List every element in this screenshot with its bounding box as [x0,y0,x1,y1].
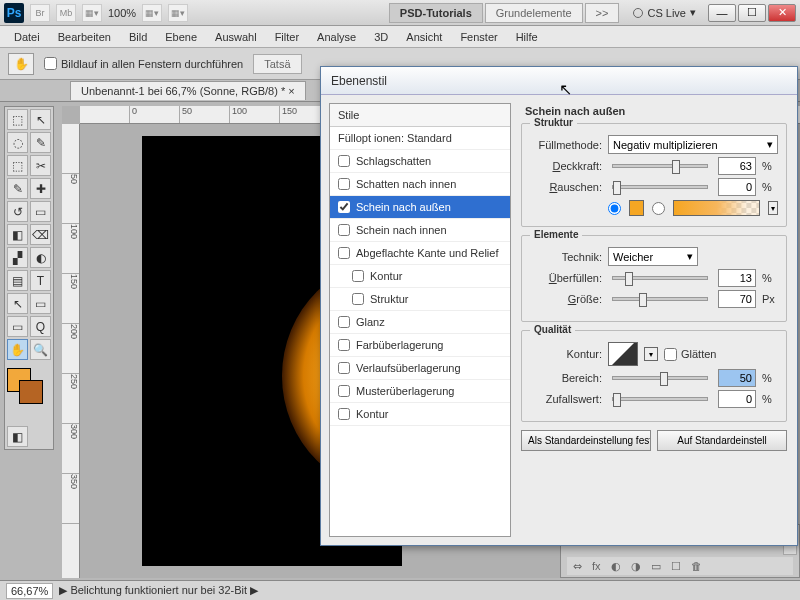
jitter-input[interactable]: 0 [718,390,756,408]
zoom-tool[interactable]: 🔍 [30,339,51,360]
minimize-button[interactable]: — [708,4,736,22]
dialog-title-bar[interactable]: Ebenenstil [321,67,797,95]
doc-close-icon[interactable]: × [288,85,294,97]
style-item[interactable]: Schatten nach innen [330,173,510,196]
style-item-checkbox[interactable] [338,362,350,374]
make-default-button[interactable]: Als Standardeinstellung festlegen [521,430,651,451]
path-tool[interactable]: ↖ [7,293,28,314]
style-item-checkbox[interactable] [338,408,350,420]
dodge-tool[interactable]: ◐ [30,247,51,268]
quickmask-icon[interactable]: ◧ [7,426,28,447]
3d-camera-tool[interactable]: Q [30,316,51,337]
glow-color-swatch[interactable] [629,200,644,216]
current-tool-preview[interactable] [8,53,34,75]
style-item[interactable]: Abgeflachte Kante und Relief [330,242,510,265]
blendmode-select[interactable]: Negativ multiplizieren▾ [608,135,778,154]
menu-hilfe[interactable]: Hilfe [508,29,546,45]
type-tool[interactable]: T [30,270,51,291]
workspace-more[interactable]: >> [585,3,620,23]
styles-header[interactable]: Stile [330,104,510,127]
actual-pixels-button[interactable]: Tatsä [253,54,301,74]
link-icon[interactable]: ⇔ [573,560,582,573]
size-slider[interactable] [612,297,708,301]
style-item-checkbox[interactable] [352,270,364,282]
style-item-checkbox[interactable] [352,293,364,305]
menu-fenster[interactable]: Fenster [452,29,505,45]
color-swatches[interactable] [7,368,51,404]
minibridge-icon[interactable]: Mb [56,4,76,22]
menu-bild[interactable]: Bild [121,29,155,45]
menu-3d[interactable]: 3D [366,29,396,45]
wand-tool[interactable]: ✎ [30,132,51,153]
style-item[interactable]: Musterüberlagerung [330,380,510,403]
menu-filter[interactable]: Filter [267,29,307,45]
style-item-checkbox[interactable] [338,316,350,328]
brush-tool[interactable]: ✚ [30,178,51,199]
noise-input[interactable]: 0 [718,178,756,196]
gradient-dropdown-icon[interactable]: ▾ [768,201,778,215]
blur-tool[interactable]: ▞ [7,247,28,268]
style-item[interactable]: Kontur [330,265,510,288]
style-item-checkbox[interactable] [338,247,350,259]
style-item-checkbox[interactable] [338,224,350,236]
healing-tool[interactable]: ✎ [7,178,28,199]
lasso-tool[interactable]: ◌ [7,132,28,153]
range-input[interactable]: 50 [718,369,756,387]
status-zoom[interactable]: 66,67% [6,583,53,599]
style-item[interactable]: Schein nach innen [330,219,510,242]
style-item[interactable]: Farbüberlagerung [330,334,510,357]
opacity-input[interactable]: 63 [718,157,756,175]
spread-input[interactable]: 13 [718,269,756,287]
menu-ansicht[interactable]: Ansicht [398,29,450,45]
cs-live[interactable]: CS Live ▾ [633,6,696,19]
workspace-tab-psdtutorials[interactable]: PSD-Tutorials [389,3,483,23]
eraser-tool[interactable]: ◧ [7,224,28,245]
antialias-checkbox[interactable]: Glätten [664,348,716,361]
crop-tool[interactable]: ⬚ [7,155,28,176]
contour-dropdown-icon[interactable]: ▾ [644,347,658,361]
bridge-icon[interactable]: Br [30,4,50,22]
gradient-radio[interactable] [652,202,665,215]
style-item-checkbox[interactable] [338,201,350,213]
history-brush-tool[interactable]: ▭ [30,201,51,222]
fx-icon[interactable]: fx [592,560,601,572]
close-button[interactable]: ✕ [768,4,796,22]
style-item[interactable]: Struktur [330,288,510,311]
hand-tool[interactable]: ✋ [7,339,28,360]
spread-slider[interactable] [612,276,708,280]
mask-icon[interactable]: ◐ [611,560,621,573]
style-item[interactable]: Glanz [330,311,510,334]
opacity-slider[interactable] [612,164,708,168]
arrange-icon[interactable]: ▦▾ [168,4,188,22]
folder-icon[interactable]: ▭ [651,560,661,573]
noise-slider[interactable] [612,185,708,189]
style-item-checkbox[interactable] [338,178,350,190]
style-item[interactable]: Schlagschatten [330,150,510,173]
style-item-checkbox[interactable] [338,385,350,397]
blend-options-item[interactable]: Füllopt ionen: Standard [330,127,510,150]
pen-tool[interactable]: ▤ [7,270,28,291]
zoom-level[interactable]: 100% [108,7,136,19]
stamp-tool[interactable]: ↺ [7,201,28,222]
trash-icon[interactable]: 🗑 [691,560,702,572]
background-color[interactable] [19,380,43,404]
new-layer-icon[interactable]: ☐ [671,560,681,573]
workspace-tab-grundelemente[interactable]: Grundelemente [485,3,583,23]
style-item-checkbox[interactable] [338,155,350,167]
technique-select[interactable]: Weicher▾ [608,247,698,266]
range-slider[interactable] [612,376,708,380]
style-item[interactable]: Verlaufsüberlagerung [330,357,510,380]
menu-auswahl[interactable]: Auswahl [207,29,265,45]
arrow-tool[interactable]: ↖ [30,109,51,130]
color-radio[interactable] [608,202,621,215]
style-item-checkbox[interactable] [338,339,350,351]
scroll-all-windows-checkbox[interactable]: Bildlauf in allen Fenstern durchführen [44,57,243,70]
adjust-icon[interactable]: ◑ [631,560,641,573]
screen-mode-icon[interactable]: ▦▾ [82,4,102,22]
menu-bearbeiten[interactable]: Bearbeiten [50,29,119,45]
eyedropper-tool[interactable]: ✂ [30,155,51,176]
3d-tool[interactable]: ▭ [7,316,28,337]
reset-default-button[interactable]: Auf Standardeinstell [657,430,787,451]
gradient-tool[interactable]: ⌫ [30,224,51,245]
contour-picker[interactable] [608,342,638,366]
